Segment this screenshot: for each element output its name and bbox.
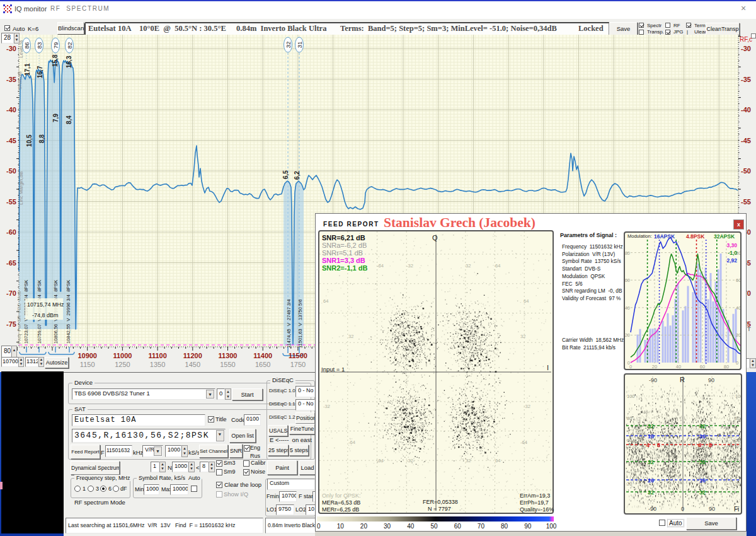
svg-text:32: 32: [348, 334, 353, 339]
svg-text:8: 8: [657, 442, 660, 448]
svg-text:10,5: 10,5: [26, 134, 33, 147]
svg-text:64: 64: [495, 458, 500, 463]
svg-text:11200: 11200: [183, 352, 202, 359]
svg-text:-35: -35: [6, 76, 16, 83]
svg-text:10842,55 V 29996 3/4 8PSK: 10842,55 V 29996 3/4 8PSK: [66, 280, 71, 344]
svg-text:11501,63 V 13750 5/6: 11501,63 V 13750 5/6: [297, 300, 303, 348]
svg-text:40: 40: [625, 305, 630, 311]
svg-text:86: 86: [23, 42, 30, 49]
svg-text:8: 8: [709, 442, 712, 448]
svg-text:16: 16: [648, 433, 654, 440]
svg-text:32: 32: [648, 489, 654, 496]
svg-text:Q: Q: [432, 234, 438, 242]
svg-text:Linc Margin,dB: Linc Margin,dB: [18, 172, 24, 205]
svg-text:16: 16: [648, 477, 654, 484]
svg-text:0: 0: [736, 360, 738, 366]
svg-text:11100: 11100: [148, 352, 166, 359]
svg-text:17,1: 17,1: [24, 63, 31, 76]
svg-text:64: 64: [323, 298, 328, 304]
svg-text:8,4: 8,4: [66, 115, 72, 124]
svg-text:32: 32: [285, 42, 292, 49]
svg-text:20: 20: [736, 332, 741, 338]
svg-text:-32: -32: [323, 404, 330, 409]
svg-text:Input = 1: Input = 1: [321, 366, 345, 373]
svg-text:11300: 11300: [219, 352, 238, 359]
svg-text:-32: -32: [524, 404, 530, 409]
svg-text:11400: 11400: [253, 352, 272, 359]
svg-text:79: 79: [52, 42, 59, 49]
svg-text:80: 80: [627, 416, 632, 421]
svg-text:2,92: 2,92: [726, 257, 737, 264]
svg-text:-1,0: -1,0: [728, 250, 737, 256]
svg-text:80: 80: [735, 416, 740, 421]
svg-text:20: 20: [627, 481, 632, 487]
svg-text:10715,74 MHz: 10715,74 MHz: [27, 301, 64, 308]
svg-text:10900: 10900: [77, 352, 97, 359]
svg-text:-74,8 dBm: -74,8 dBm: [32, 312, 59, 318]
svg-text:0: 0: [629, 364, 632, 370]
svg-text:-70: -70: [6, 289, 16, 297]
svg-text:-60: -60: [6, 228, 16, 236]
svg-text:20: 20: [735, 481, 740, 487]
svg-text:20: 20: [652, 364, 657, 370]
svg-text:40: 40: [676, 364, 681, 370]
svg-text:1350: 1350: [150, 361, 165, 368]
svg-text:11000: 11000: [113, 352, 132, 359]
svg-text:11474,45 V 27497 3/4: 11474,45 V 27497 3/4: [286, 300, 292, 348]
svg-text:4: 4: [698, 442, 701, 448]
svg-text:90: 90: [709, 506, 715, 512]
svg-text:-40: -40: [741, 106, 751, 114]
svg-text:40: 40: [736, 305, 741, 311]
svg-text:6,2: 6,2: [294, 171, 301, 180]
svg-text:Modulation:: Modulation:: [627, 233, 652, 239]
svg-text:16: 16: [699, 433, 706, 440]
svg-text:-50: -50: [6, 167, 16, 175]
svg-text:-65: -65: [6, 259, 16, 267]
svg-text:100: 100: [627, 393, 635, 399]
svg-text:-30: -30: [741, 45, 751, 52]
svg-text:-45: -45: [6, 137, 16, 144]
svg-text:-40: -40: [6, 106, 16, 114]
svg-text:-55: -55: [741, 198, 751, 206]
svg-text:-45: -45: [741, 137, 751, 144]
svg-text:4.8PSK: 4.8PSK: [686, 233, 705, 240]
svg-text:R: R: [680, 376, 685, 383]
svg-text:32: 32: [466, 263, 471, 269]
svg-text:-90: -90: [648, 506, 656, 512]
svg-text:82: 82: [66, 42, 73, 49]
svg-text:Freq Pol SR FEC Mod: Freq Pol SR FEC Mod: [16, 291, 22, 344]
svg-text:-75: -75: [6, 320, 16, 328]
svg-text:60: 60: [735, 438, 740, 443]
svg-text:64: 64: [524, 298, 529, 304]
svg-text:83: 83: [36, 42, 43, 49]
svg-text:32: 32: [648, 423, 654, 429]
svg-text:0: 0: [681, 506, 684, 512]
svg-text:8,8: 8,8: [38, 134, 45, 143]
svg-text:-64: -64: [348, 440, 355, 445]
svg-text:64: 64: [495, 263, 500, 269]
svg-text:100: 100: [735, 393, 742, 399]
svg-text:Fi: Fi: [734, 506, 739, 513]
svg-text:60: 60: [627, 438, 632, 443]
svg-text:-90: -90: [649, 377, 657, 383]
svg-text:-64: -64: [377, 263, 384, 269]
svg-text:32: 32: [699, 423, 706, 429]
svg-text:1750: 1750: [290, 361, 306, 368]
svg-text:16APSK: 16APSK: [654, 233, 675, 240]
svg-text:4: 4: [646, 442, 650, 448]
svg-text:RF,c: RF,c: [740, 36, 752, 43]
svg-text:32APSK: 32APSK: [714, 233, 735, 240]
svg-text:7,9: 7,9: [52, 114, 59, 122]
svg-text:80: 80: [724, 364, 729, 370]
svg-text:1150: 1150: [80, 361, 95, 368]
svg-text:15,8: 15,8: [52, 54, 59, 67]
svg-text:32: 32: [520, 334, 525, 339]
svg-text:90: 90: [708, 377, 714, 383]
svg-text:I: I: [547, 364, 549, 371]
svg-text:-55: -55: [6, 198, 16, 206]
svg-text:3,30: 3,30: [726, 242, 737, 248]
svg-text:20: 20: [625, 332, 630, 338]
svg-text:1650: 1650: [255, 361, 270, 368]
svg-text:1550: 1550: [220, 361, 235, 368]
svg-text:80: 80: [625, 250, 630, 256]
